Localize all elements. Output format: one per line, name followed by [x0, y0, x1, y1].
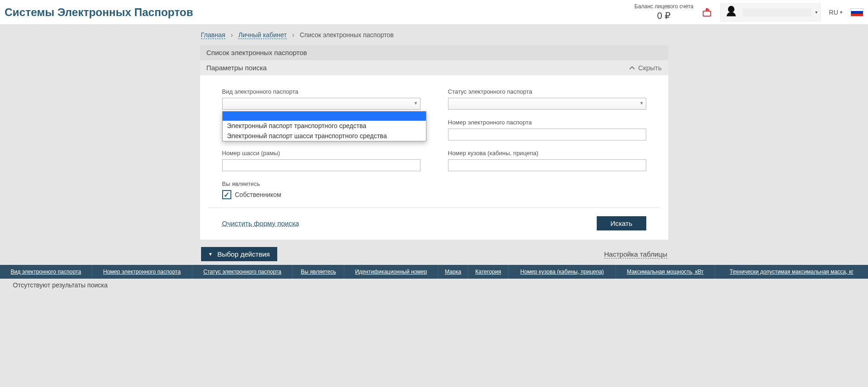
- choose-action-button[interactable]: ▼ Выбор действия: [201, 247, 277, 261]
- col-category[interactable]: Категория: [468, 265, 509, 279]
- col-you-are[interactable]: Вы являетесь: [293, 265, 344, 279]
- svg-rect-0: [703, 11, 711, 16]
- brand-title: Системы Электронных Паспортов: [5, 6, 193, 19]
- search-form: Вид электронного паспорта Электронный па…: [200, 75, 668, 240]
- language-selector[interactable]: RU ▾: [829, 9, 842, 16]
- passport-type-label: Вид электронного паспорта: [222, 88, 420, 95]
- passport-status-select[interactable]: [448, 98, 646, 110]
- breadcrumb: Главная › Личный кабинет › Список электр…: [200, 25, 668, 45]
- wallet-icon[interactable]: [702, 7, 712, 17]
- col-max-power[interactable]: Максимальная мощность, кВт: [616, 265, 715, 279]
- body-input[interactable]: [448, 159, 646, 171]
- owner-checkbox[interactable]: ✓: [222, 190, 231, 199]
- col-max-mass[interactable]: Технически допустимая максимальная масса…: [715, 265, 868, 279]
- chevron-up-icon: [629, 65, 635, 71]
- owner-checkbox-label: Собственником: [235, 191, 281, 198]
- results-table-wrap: Вид электронного паспорта Номер электрон…: [0, 265, 868, 292]
- passport-type-dropdown: Электронный паспорт транспортного средст…: [222, 111, 426, 141]
- user-name-placeholder: [743, 8, 812, 17]
- col-brand[interactable]: Марка: [438, 265, 468, 279]
- chassis-label: Номер шасси (рамы): [222, 150, 420, 157]
- top-bar: Системы Электронных Паспортов Баланс лиц…: [0, 0, 868, 25]
- col-id-number[interactable]: Идентификационный номер: [344, 265, 438, 279]
- triangle-down-icon: ▼: [208, 252, 213, 257]
- dropdown-option-blank[interactable]: [223, 112, 426, 121]
- table-settings-link[interactable]: Настройка таблицы: [604, 250, 667, 258]
- chassis-input[interactable]: [222, 159, 420, 171]
- dropdown-option-chassis[interactable]: Электронный паспорт шасси транспортного …: [223, 131, 426, 141]
- clear-form-link[interactable]: Очистить форму поиска: [222, 219, 299, 227]
- balance-widget: Баланс лицевого счета 0 ₽: [634, 3, 694, 21]
- no-results-message: Отсутствуют результаты поиска: [0, 279, 868, 292]
- passport-type-select[interactable]: [222, 98, 420, 110]
- body-label: Номер кузова (кабины, прицепа): [448, 150, 646, 157]
- breadcrumb-cabinet[interactable]: Личный кабинет: [238, 31, 286, 39]
- chevron-down-icon: ▾: [815, 10, 818, 15]
- page-title: Список электронных паспортов: [200, 45, 668, 60]
- you-are-label: Вы являетесь: [222, 180, 420, 187]
- divider: [208, 208, 660, 208]
- svg-point-2: [707, 8, 710, 11]
- results-table: Вид электронного паспорта Номер электрон…: [0, 265, 868, 279]
- avatar-icon: [723, 5, 739, 20]
- balance-label: Баланс лицевого счета: [634, 3, 694, 10]
- passport-number-input[interactable]: [448, 129, 646, 140]
- collapse-toggle[interactable]: Скрыть: [629, 64, 661, 72]
- user-menu[interactable]: ▾: [720, 3, 821, 22]
- search-params-header: Параметры поиска Скрыть: [200, 60, 668, 75]
- search-button[interactable]: Искать: [597, 216, 646, 230]
- breadcrumb-home[interactable]: Главная: [201, 31, 225, 39]
- flag-ru-icon[interactable]: [851, 8, 863, 17]
- passport-number-label: Номер электронного паспорта: [448, 119, 646, 126]
- chevron-down-icon: ▾: [840, 10, 842, 15]
- dropdown-option-vehicle[interactable]: Электронный паспорт транспортного средст…: [223, 121, 426, 131]
- col-body-number[interactable]: Номер кузова (кабины, прицепа): [509, 265, 616, 279]
- passport-status-label: Статус электронного паспорта: [448, 88, 646, 95]
- col-passport-number[interactable]: Номер электронного паспорта: [92, 265, 192, 279]
- col-passport-status[interactable]: Статус электронного паспорта: [192, 265, 292, 279]
- balance-amount: 0 ₽: [634, 10, 694, 21]
- breadcrumb-current: Список электронных паспортов: [300, 31, 394, 39]
- col-passport-type[interactable]: Вид электронного паспорта: [0, 265, 92, 279]
